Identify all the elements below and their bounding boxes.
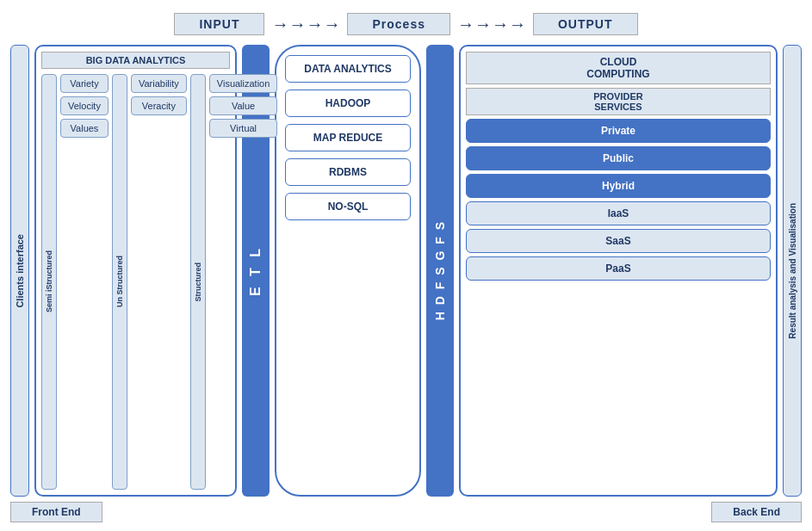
iaas-box: IaaS — [466, 201, 771, 225]
unstructured-group: Un Structured Variability Veracity — [112, 74, 187, 490]
virtual-box: Virtual — [209, 119, 278, 138]
semi-structured-group: Semi iStructured Variety Velocity Values — [41, 74, 108, 490]
structured-label-bar: Structured — [190, 74, 206, 490]
clients-interface-label: Clients interface — [15, 234, 25, 308]
flow-output: OUTPUT — [533, 13, 638, 35]
private-box: Private — [466, 119, 771, 143]
all-groups: Semi iStructured Variety Velocity Values… — [41, 74, 230, 490]
saas-box: SaaS — [466, 229, 771, 253]
unstructured-label: Un Structured — [115, 256, 124, 307]
variety-box: Variety — [60, 74, 108, 93]
flow-input: INPUT — [174, 13, 264, 35]
hadoop-box: HADOOP — [285, 90, 411, 117]
structured-items: Visualization Value Virtual — [209, 74, 278, 490]
clients-interface-bar: Clients interface — [10, 45, 29, 497]
result-bar: Result analysis and Visualisation — [783, 45, 802, 497]
result-label: Result analysis and Visualisation — [788, 203, 797, 339]
hdfs-label: H D F S G F S — [433, 220, 447, 320]
cloud-title: CLOUDCOMPUTING — [466, 52, 771, 84]
visualization-box: Visualization — [209, 74, 278, 93]
values-box: Values — [60, 119, 108, 138]
flow-bar: INPUT →→→→ Process →→→→ OUTPUT — [10, 9, 802, 40]
etl-label: E T L — [248, 245, 263, 296]
structured-group: Structured Visualization Value Virtual — [190, 74, 278, 490]
veracity-box: Veracity — [131, 96, 187, 115]
velocity-box: Velocity — [60, 96, 108, 115]
data-analytics-box: DATA ANALYTICS — [285, 55, 411, 83]
hdfs-column: H D F S G F S — [426, 45, 454, 497]
flow-arrow-2: →→→→ — [450, 15, 533, 34]
value-box: Value — [209, 96, 278, 115]
bottom-bar: Front End Back End — [10, 502, 802, 522]
flow-arrow-1: →→→→ — [264, 15, 347, 34]
public-box: Public — [466, 146, 771, 170]
paas-box: PaaS — [466, 256, 771, 281]
variability-box: Variability — [131, 74, 187, 93]
hdfs-bar: H D F S G F S — [426, 45, 454, 497]
content-area: Clients interface BIG DATA ANALYTICS Sem… — [10, 45, 802, 497]
semi-structured-label: Semi iStructured — [45, 250, 53, 312]
unstructured-items: Variability Veracity — [131, 74, 187, 490]
big-data-title: BIG DATA ANALYTICS — [41, 52, 230, 69]
structured-label: Structured — [194, 262, 202, 302]
semi-structured-label-bar: Semi iStructured — [41, 74, 57, 490]
rdbms-box: RDBMS — [285, 158, 411, 186]
middle-section: DATA ANALYTICS HADOOP MAP REDUCE RDBMS N… — [275, 45, 421, 497]
big-data-section: BIG DATA ANALYTICS Semi iStructured Vari… — [34, 45, 237, 497]
semi-structured-items: Variety Velocity Values — [60, 74, 108, 490]
map-reduce-box: MAP REDUCE — [285, 124, 411, 151]
unstructured-label-bar: Un Structured — [112, 74, 127, 490]
front-end-box: Front End — [10, 502, 102, 522]
back-end-box: Back End — [711, 502, 802, 522]
right-section: CLOUDCOMPUTING PROVIDERSERVICES Private … — [459, 45, 778, 497]
flow-process: Process — [347, 13, 449, 35]
main-container: INPUT →→→→ Process →→→→ OUTPUT Clients i… — [0, 0, 812, 531]
no-sql-box: NO-SQL — [285, 193, 411, 220]
provider-title: PROVIDERSERVICES — [466, 88, 771, 115]
hybrid-box: Hybrid — [466, 174, 771, 198]
